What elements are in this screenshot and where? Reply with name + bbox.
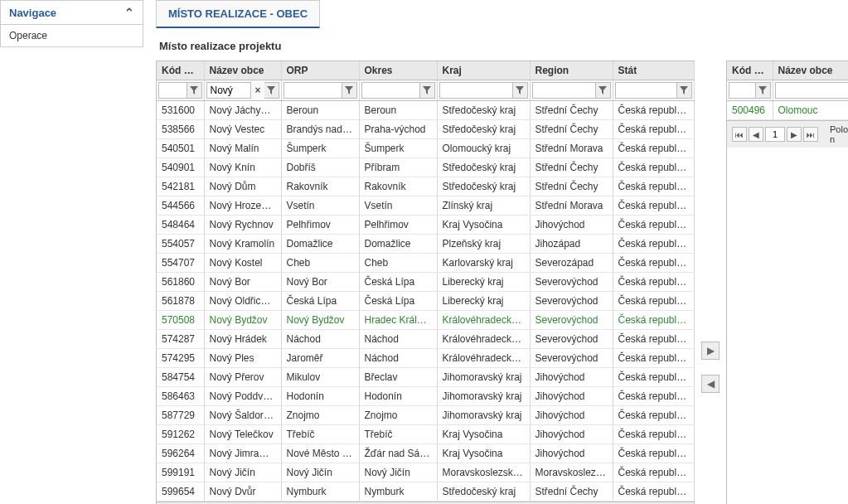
- filter-region-input[interactable]: [532, 82, 596, 99]
- table-row[interactable]: 544566Nový HrozenkovVsetínVsetínZlínský …: [157, 196, 694, 216]
- table-row[interactable]: 561860Nový BorNový BorČeská LípaLibereck…: [157, 273, 694, 292]
- filter-kod-input[interactable]: [158, 82, 187, 99]
- nav-toggle[interactable]: Navigace ⌃: [0, 0, 143, 25]
- table-row[interactable]: 531600Nový JáchymovBerounBerounStředočes…: [157, 101, 694, 120]
- filter-orp-input[interactable]: [283, 82, 342, 99]
- side-perpage-label: Položek n: [830, 124, 848, 144]
- side-pager-next-button[interactable]: ▶: [787, 127, 802, 142]
- move-left-button[interactable]: ◀: [701, 375, 720, 393]
- filter-icon[interactable]: [677, 82, 692, 99]
- tab-misto-realizace[interactable]: MÍSTO REALIZACE - OBEC: [156, 0, 320, 28]
- filter-icon[interactable]: [264, 82, 279, 99]
- filter-row: ×: [157, 80, 694, 101]
- move-right-button[interactable]: ▶: [701, 342, 720, 360]
- table-row[interactable]: 554707Nový KostelChebChebKarlovarský kra…: [157, 254, 694, 273]
- table-row[interactable]: 586463Nový PoddvorovHodonínHodonínJihomo…: [157, 387, 694, 406]
- table-row[interactable]: 574287Nový HrádekNáchodNáchodKrálovéhrad…: [157, 330, 694, 349]
- table-row[interactable]: 584754Nový PřerovMikulovBřeclavJihomorav…: [157, 368, 694, 387]
- col-okres[interactable]: Okres: [359, 61, 437, 80]
- side-pager: ⏮ ◀ ▶ ⏭ Položek n: [727, 120, 848, 148]
- clear-filter-icon[interactable]: ×: [251, 85, 264, 96]
- nav-title: Navigace: [9, 7, 56, 19]
- filter-nazev-input[interactable]: [206, 82, 252, 99]
- table-row[interactable]: 542181Nový DůmRakovníkRakovníkStředočesk…: [157, 177, 694, 196]
- filter-icon[interactable]: [756, 82, 771, 99]
- filter-okres-input[interactable]: [361, 82, 420, 99]
- side-pager-page-input[interactable]: [765, 127, 785, 142]
- table-row[interactable]: 596264Nový JimramovNové Město na M...Žďá…: [157, 444, 694, 463]
- table-row[interactable]: 599654Nový DvůrNymburkNymburkStředočeský…: [157, 482, 694, 502]
- col-kod-obce[interactable]: Kód obce: [157, 61, 204, 80]
- table-row[interactable]: 500496Olomouc: [727, 101, 848, 120]
- chevron-up-icon: ⌃: [124, 6, 134, 19]
- col-orp[interactable]: ORP: [281, 61, 359, 80]
- main-grid: Kód obce Název obce ORP Okres Kraj Regio…: [156, 61, 695, 504]
- filter-icon[interactable]: [420, 82, 435, 99]
- table-row[interactable]: 548464Nový RychnovPelhřimovPelhřimovKraj…: [157, 216, 694, 235]
- filter-icon[interactable]: [342, 82, 357, 99]
- nav-item-operace[interactable]: Operace: [0, 25, 143, 47]
- table-row[interactable]: 570508Nový BydžovNový BydžovHradec Králo…: [157, 311, 694, 330]
- side-pager-prev-button[interactable]: ◀: [749, 127, 763, 142]
- table-row[interactable]: 538566Nový VestecBrandýs nad Lab...Praha…: [157, 120, 694, 139]
- table-row[interactable]: 599191Nový JičínNový JičínNový JičínMora…: [157, 463, 694, 482]
- filter-icon[interactable]: [187, 82, 202, 99]
- table-row[interactable]: 540501Nový MalínŠumperkŠumperkOlomoucký …: [157, 139, 694, 158]
- side-grid: Kód obce Název obce 500496Olomouc ⏮ ◀: [726, 61, 848, 504]
- filter-icon[interactable]: [596, 82, 611, 99]
- col-nazev-obce[interactable]: Název obce: [204, 61, 281, 80]
- table-row[interactable]: 554057Nový KramolínDomažliceDomažlicePlz…: [157, 235, 694, 254]
- table-row[interactable]: 574295Nový PlesJaroměřNáchodKrálovéhrade…: [157, 349, 694, 368]
- section-title: Místo realizace projektu: [159, 40, 848, 52]
- side-filter-nazev-input[interactable]: [775, 82, 849, 99]
- col-kraj[interactable]: Kraj: [437, 61, 530, 80]
- filter-kraj-input[interactable]: [439, 82, 513, 99]
- side-col-nazev[interactable]: Název obce: [773, 61, 848, 80]
- col-region[interactable]: Region: [530, 61, 613, 80]
- side-pager-last-button[interactable]: ⏭: [803, 127, 818, 142]
- table-row[interactable]: 540901Nový KnínDobříšPříbramStředočeský …: [157, 158, 694, 177]
- filter-icon[interactable]: [513, 82, 528, 99]
- filter-stat-input[interactable]: [615, 82, 677, 99]
- table-row[interactable]: 561878Nový OldřichovČeská LípaČeská Lípa…: [157, 292, 694, 311]
- side-filter-kod-input[interactable]: [729, 82, 756, 99]
- side-col-kod[interactable]: Kód obce: [727, 61, 773, 80]
- table-row[interactable]: 587729Nový Šaldorf-Sed...ZnojmoZnojmoJih…: [157, 406, 694, 425]
- col-stat[interactable]: Stát: [613, 61, 694, 80]
- side-pager-first-button[interactable]: ⏮: [732, 127, 747, 142]
- table-row[interactable]: 591262Nový TelečkovTřebíčTřebíčKraj Vyso…: [157, 425, 694, 444]
- header-row: Kód obce Název obce ORP Okres Kraj Regio…: [157, 61, 694, 80]
